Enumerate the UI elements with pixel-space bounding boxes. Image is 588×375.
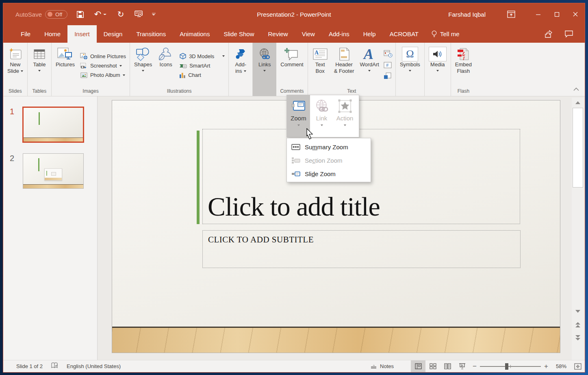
dropdown-caret [409,70,411,72]
start-from-beginning-button[interactable] [133,8,144,20]
shapes-button[interactable]: Shapes [131,44,155,87]
collapse-ribbon-button[interactable] [573,85,579,93]
scroll-down-button[interactable] [573,307,583,315]
text-box-button[interactable]: A Text Box [309,44,331,87]
autosave-toggle[interactable]: AutoSave Off [15,10,67,19]
tab-design[interactable]: Design [97,25,130,43]
group-label-tables: Tables [29,87,50,96]
tab-animations[interactable]: Animations [173,25,217,43]
subtitle-placeholder[interactable]: CLICK TO ADD SUBTITLE [202,230,521,268]
zoom-out-button[interactable]: − [469,360,480,372]
normal-view-button[interactable] [411,360,425,372]
save-button[interactable] [75,8,85,20]
fit-slide-to-window-button[interactable] [571,360,585,372]
chart-button[interactable]: Chart [179,72,225,78]
status-bar: Slide 1 of 2 English (United States) Not… [3,360,585,372]
icons-icon [158,47,174,61]
slide-indicator[interactable]: Slide 1 of 2 [16,363,43,369]
zoom-slider-thumb[interactable] [505,363,508,370]
tab-slide-show[interactable]: Slide Show [217,25,261,43]
tab-acrobat[interactable]: ACROBAT [383,25,425,43]
icons-button[interactable]: Icons [155,44,177,87]
chart-icon [179,72,186,78]
wordart-button[interactable]: A WordArt [357,44,382,87]
date-time-icon [384,50,393,58]
embed-flash-button[interactable]: f Embed Flash [452,44,475,87]
table-button[interactable]: Table [29,44,50,87]
screenshot-button[interactable]: Screenshot [80,63,126,69]
object-button[interactable] [384,72,393,81]
slide-sorter-icon [430,363,436,369]
links-button[interactable]: Links [254,44,275,87]
mouse-cursor [306,128,315,142]
share-icon[interactable] [544,30,554,38]
media-icon [429,47,447,61]
date-and-time-button[interactable] [384,50,393,59]
svg-text:A: A [363,47,373,61]
online-pictures-button[interactable]: Online Pictures [80,53,126,60]
maximize-button[interactable] [547,3,566,25]
new-slide-button[interactable]: New Slide [4,44,26,87]
slide-show-button[interactable] [455,360,469,372]
zoom-in-button[interactable]: + [541,360,551,372]
reading-view-icon [444,363,451,369]
section-zoom-icon [291,157,300,164]
tab-review[interactable]: Review [261,25,295,43]
group-links: Links [253,43,276,96]
3d-models-button[interactable]: 3D Models [179,53,225,60]
tab-help[interactable]: Help [356,25,383,43]
redo-button[interactable]: ↻ [115,8,126,20]
slide-number-button[interactable]: # [384,62,393,70]
header-footer-button[interactable]: Header & Footer [331,44,357,87]
ribbon-display-options-button[interactable] [502,3,521,25]
comments-panel-icon[interactable] [564,30,573,38]
tab-insert[interactable]: Insert [67,25,97,43]
slide-1-thumbnail[interactable] [22,107,84,143]
undo-button[interactable]: ↶ [93,8,108,20]
pictures-button[interactable]: Pictures [53,44,78,87]
media-button[interactable]: Media [426,44,449,87]
previous-slide-button[interactable] [573,320,583,329]
group-label-slides: Slides [4,87,26,96]
scrollbar-thumb[interactable] [573,108,583,188]
links-icon [258,47,271,61]
scroll-up-button[interactable] [573,98,583,107]
slide-1-number: 1 [10,107,14,116]
tell-me-box[interactable]: Tell me [425,25,465,43]
photo-album-icon [80,72,88,78]
menu-item-summary-zoom[interactable]: Summary Zoom [287,140,371,154]
customize-qat-button[interactable] [151,8,156,20]
next-slide-icon [575,335,580,340]
spell-check-button[interactable] [51,362,59,371]
next-slide-button[interactable] [573,334,583,342]
zoom-level[interactable]: 58% [551,363,571,369]
reading-view-button[interactable] [440,360,455,372]
tab-add-ins[interactable]: Add-ins [322,25,356,43]
tab-file[interactable]: File [14,25,37,43]
language-indicator[interactable]: English (United States) [67,363,121,369]
add-ins-button[interactable]: Add- ins [230,44,251,87]
photo-album-button[interactable]: Photo Album [80,72,126,78]
table-icon [33,47,46,61]
minimize-button[interactable] [529,3,547,25]
zoom-slider[interactable] [480,360,541,372]
tab-home[interactable]: Home [37,25,67,43]
symbols-button[interactable]: Ω Symbols [397,44,423,87]
menu-item-section-zoom: Section Zoom [287,154,371,167]
slide-sorter-view-button[interactable] [425,360,440,372]
group-label-images: Images [53,87,128,96]
shapes-icon [135,47,151,61]
svg-text:#: # [386,63,389,68]
tab-transitions[interactable]: Transitions [129,25,173,43]
smartart-button[interactable]: SmartArt [179,63,225,69]
group-label-flash: Flash [452,87,475,96]
slide-thumbnail-panel: 1 2 [3,96,98,360]
comment-button[interactable]: Comment [278,44,306,87]
close-button[interactable] [566,3,585,25]
notes-button[interactable]: Notes [365,360,399,372]
slide-2-thumbnail[interactable] [23,153,84,189]
group-label-media [426,87,449,96]
menu-item-slide-zoom[interactable]: Slide Zoom [287,167,371,181]
tab-view[interactable]: View [295,25,322,43]
ribbon-display-options-icon [507,11,515,18]
